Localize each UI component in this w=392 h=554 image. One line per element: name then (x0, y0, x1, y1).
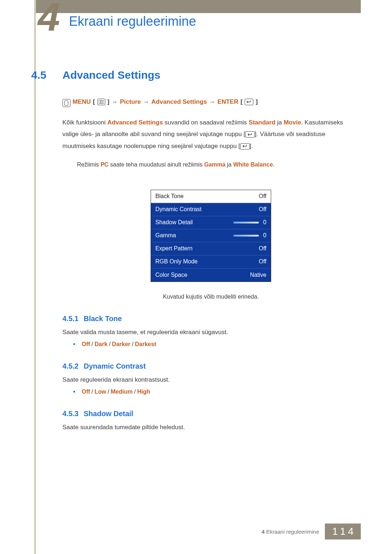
menu-row[interactable]: RGB Only ModeOff (151, 255, 271, 268)
menu-row-label: Shadow Detail (155, 219, 193, 226)
menu-row-label: Color Space (155, 272, 187, 278)
text: ja (275, 119, 284, 126)
option-value: High (137, 389, 150, 395)
separator: / (107, 341, 112, 347)
menu-row-label: RGB Only Mode (155, 258, 197, 265)
slider-bar[interactable] (233, 222, 259, 223)
subsection-number: 4.5.2 (62, 362, 78, 370)
subsection-body: Saate reguleerida ekraani kontrastsust. (62, 376, 359, 383)
menu-row-label: Expert Pattern (155, 245, 192, 252)
text: saate teha muudatusi ainult režiimis (109, 161, 204, 168)
options-line: Off/Dark/Darker/Darkest (73, 341, 359, 348)
menu-path-adv: Advanced Settings (151, 98, 207, 106)
footer-label: 4 Ekraani reguleerimine (262, 529, 319, 535)
section-heading: 4.5 Advanced Settings (31, 69, 359, 81)
bullet-icon (73, 343, 75, 345)
menu-path-enter: ENTER (217, 98, 238, 106)
menu-row-label: Gamma (155, 232, 176, 239)
hl-text: Standard (249, 119, 275, 126)
options-text: Off/Low/Medium/High (82, 389, 150, 395)
text: suvandid on saadaval režiimis (163, 119, 249, 126)
top-bar (36, 0, 361, 13)
menu-row-value: Off (259, 245, 266, 252)
option-value: Off (82, 341, 90, 347)
subsection: 4.5.2Dynamic ContrastSaate reguleerida e… (62, 362, 359, 395)
footer-chapter-num: 4 (262, 529, 265, 535)
menu-row[interactable]: Black ToneOff (151, 190, 271, 203)
option-value: Darker (112, 341, 131, 347)
menu-row-label: Dynamic Contrast (155, 206, 201, 213)
menu-row-value: Off (259, 193, 266, 200)
chapter-number: 4 (38, 0, 60, 40)
menu-row[interactable]: Shadow Detail0 (151, 216, 271, 229)
enter-icon (240, 143, 250, 149)
menu-row[interactable]: Color SpaceNative (151, 268, 271, 282)
enter-icon (245, 131, 255, 138)
subsection: 4.5.3Shadow DetailSaate suurendada tumed… (62, 410, 359, 431)
subsection-body: Saate suurendada tumedate piltide heledu… (62, 424, 359, 431)
settings-menu-panel: Black ToneOffDynamic ContrastOffShadow D… (151, 190, 271, 282)
subsection-number: 4.5.3 (62, 410, 78, 418)
menu-row-value: 0 (263, 232, 266, 239)
bullet-icon (73, 391, 75, 393)
panel-caption: Kuvatud kujutis võib mudeliti erineda. (62, 294, 359, 300)
content-area: 4.5 Advanced Settings MENU [ ] → Picture… (31, 69, 359, 436)
subsection-title: Shadow Detail (83, 410, 133, 418)
option-value: Darkest (135, 341, 156, 347)
menu-row-value: 0 (263, 219, 266, 226)
subsection-heading: 4.5.1Black Tone (62, 315, 359, 323)
separator: / (90, 389, 94, 395)
arrow-icon: → (209, 98, 215, 106)
subsection: 4.5.1Black ToneSaate valida musta taseme… (62, 315, 359, 348)
separator: / (90, 341, 94, 347)
footer: 4 Ekraani reguleerimine 114 (262, 524, 361, 539)
hand-icon (62, 99, 70, 107)
menu-path-menu: MENU (73, 98, 91, 106)
subsection-number: 4.5.1 (62, 315, 78, 323)
section-number: 4.5 (31, 69, 62, 81)
hl-text: Advanced Settings (107, 119, 163, 126)
subsection-title: Black Tone (83, 315, 122, 323)
menu-row[interactable]: Gamma0 (151, 229, 271, 242)
separator: / (106, 389, 111, 395)
slider-bar[interactable] (233, 235, 259, 237)
note: Režiimis PC saate teha muudatusi ainult … (77, 161, 359, 168)
menu-path-bracket: ] (256, 98, 258, 106)
menu-path-bracket: [ (93, 98, 95, 106)
subsection-body: Saate valida musta taseme, et reguleerid… (62, 329, 359, 336)
menu-path-bracket: [ (241, 98, 243, 106)
separator: / (132, 389, 137, 395)
hl-text: Movie (283, 119, 301, 126)
hl-text: PC (101, 161, 109, 168)
svg-rect-0 (99, 100, 104, 104)
menu-row[interactable]: Expert PatternOff (151, 242, 271, 255)
menu-path: MENU [ ] → Picture → Advanced Settings →… (62, 98, 359, 106)
hl-text: White Balance (233, 161, 273, 168)
section-title: Advanced Settings (62, 69, 160, 81)
text: . (273, 161, 274, 168)
subsection-heading: 4.5.2Dynamic Contrast (62, 362, 359, 370)
menu-path-picture: Picture (120, 98, 141, 106)
enter-icon (245, 99, 253, 105)
hl-text: Gamma (204, 161, 225, 168)
options-text: Off/Dark/Darker/Darkest (82, 341, 156, 348)
text: Režiimis (77, 161, 101, 168)
option-value: Medium (111, 389, 132, 395)
option-value: Dark (95, 341, 108, 347)
menu-row[interactable]: Dynamic ContrastOff (151, 203, 271, 216)
option-value: Low (95, 389, 106, 395)
chapter-title: Ekraani reguleerimine (69, 14, 196, 29)
arrow-icon: → (111, 98, 118, 106)
separator: / (130, 341, 135, 347)
options-line: Off/Low/Medium/High (73, 389, 359, 395)
menu-row-value: Off (259, 258, 266, 265)
paragraph-1: Kõik funktsiooni Advanced Settings suvan… (62, 117, 359, 152)
menu-grid-icon (97, 99, 105, 105)
body-block: MENU [ ] → Picture → Advanced Settings →… (62, 98, 359, 431)
text: ]. (250, 143, 253, 149)
footer-chapter-title: Ekraani reguleerimine (266, 529, 319, 535)
page-number: 114 (325, 524, 361, 539)
text: Kõik funktsiooni (62, 119, 107, 126)
subsection-title: Dynamic Contrast (83, 362, 146, 370)
subsection-heading: 4.5.3Shadow Detail (62, 410, 359, 418)
